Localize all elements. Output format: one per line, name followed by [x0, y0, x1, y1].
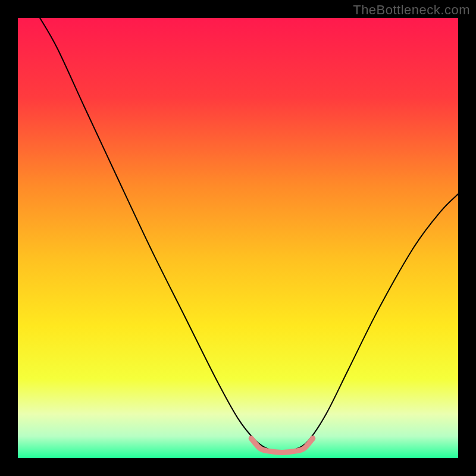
bottleneck-chart — [0, 0, 476, 476]
chart-frame: TheBottleneck.com — [0, 0, 476, 476]
watermark-text: TheBottleneck.com — [353, 2, 470, 18]
gradient-background — [18, 18, 458, 458]
